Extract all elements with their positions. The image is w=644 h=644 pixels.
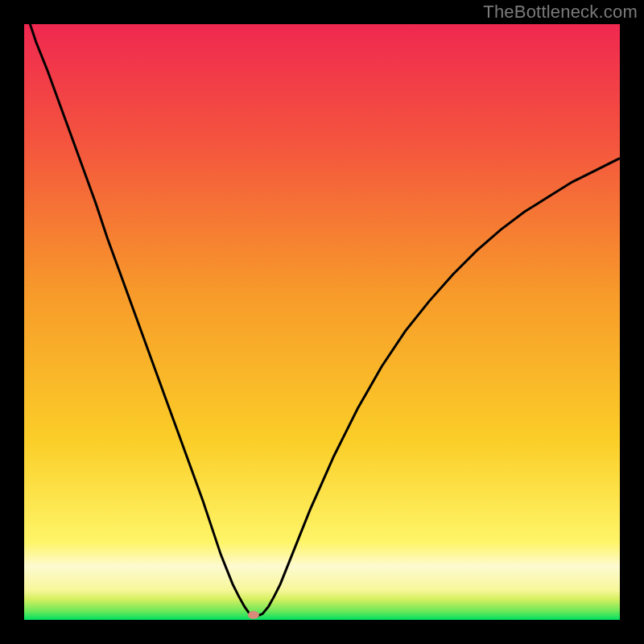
plot-background xyxy=(24,24,620,620)
watermark-text: TheBottleneck.com xyxy=(483,2,638,23)
minimum-marker xyxy=(248,611,259,619)
chart-container: TheBottleneck.com xyxy=(0,0,644,644)
bottleneck-chart xyxy=(0,0,644,644)
